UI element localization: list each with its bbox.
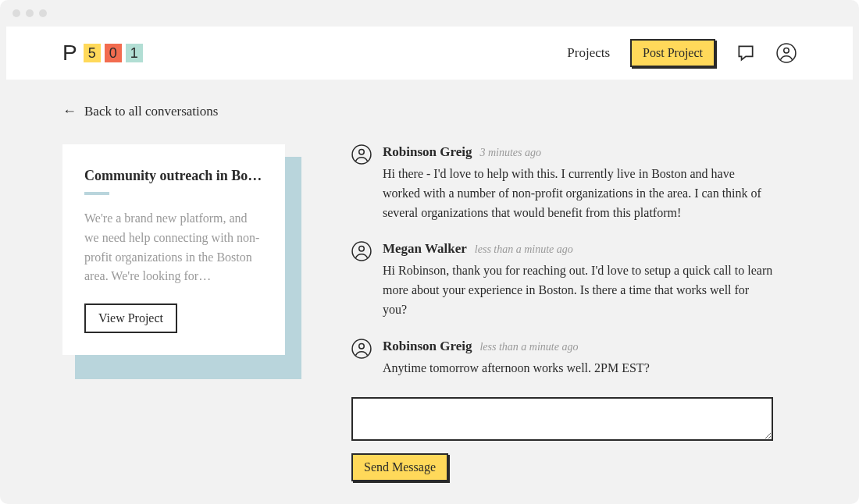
msg-text: Hi there - I'd love to help with this. I… (383, 165, 773, 222)
avatar-icon (351, 241, 372, 261)
msg-text: Hi Robinson, thank you for reaching out.… (383, 261, 773, 319)
avatar-icon (351, 339, 372, 359)
msg-time: 3 minutes ago (479, 147, 541, 159)
logo-1: 1 (126, 44, 143, 62)
svg-point-5 (359, 247, 365, 252)
project-description: We're a brand new platform, and we need … (84, 209, 263, 286)
logo-5: 5 (84, 44, 101, 62)
window-dot (26, 9, 34, 17)
conversation: Robinson Greig 3 minutes ago Hi there - … (351, 144, 773, 481)
msg-text: Anytime tomorrow afternoon works well. 2… (383, 359, 773, 378)
svg-point-3 (359, 150, 365, 155)
message-input[interactable] (351, 397, 773, 441)
user-icon[interactable] (776, 43, 797, 63)
message: Megan Walker less than a minute ago Hi R… (351, 241, 773, 319)
msg-author: Robinson Greig (383, 144, 472, 160)
browser-chrome (0, 0, 859, 27)
post-project-button[interactable]: Post Project (630, 39, 715, 67)
msg-time: less than a minute ago (479, 341, 578, 353)
message: Robinson Greig 3 minutes ago Hi there - … (351, 144, 773, 222)
project-title: Community outreach in Bosto… (84, 168, 263, 184)
view-project-button[interactable]: View Project (84, 303, 177, 333)
window-dot (39, 9, 47, 17)
arrow-left-icon: ← (62, 103, 77, 119)
msg-author: Megan Walker (383, 241, 467, 257)
card-underline (84, 192, 109, 195)
nav-projects[interactable]: Projects (567, 45, 610, 61)
back-link[interactable]: ← Back to all conversations (62, 103, 797, 119)
project-card-wrap: Community outreach in Bosto… We're a bra… (62, 144, 297, 355)
msg-time: less than a minute ago (475, 243, 573, 256)
logo[interactable]: P 5 0 1 (62, 41, 143, 66)
logo-p: P (62, 41, 82, 66)
msg-author: Robinson Greig (383, 339, 472, 354)
project-card: Community outreach in Bosto… We're a bra… (62, 144, 285, 355)
avatar-icon (351, 144, 372, 165)
nav-right: Projects Post Project (567, 39, 797, 67)
message: Robinson Greig less than a minute ago An… (351, 339, 773, 378)
logo-0: 0 (105, 44, 122, 62)
window-dot (12, 9, 20, 17)
topbar: P 5 0 1 Projects Post Project (6, 27, 853, 80)
svg-point-7 (359, 343, 365, 349)
back-link-label: Back to all conversations (84, 104, 218, 119)
chat-icon[interactable] (736, 43, 756, 63)
svg-point-1 (784, 48, 789, 54)
send-message-button[interactable]: Send Message (351, 453, 448, 481)
